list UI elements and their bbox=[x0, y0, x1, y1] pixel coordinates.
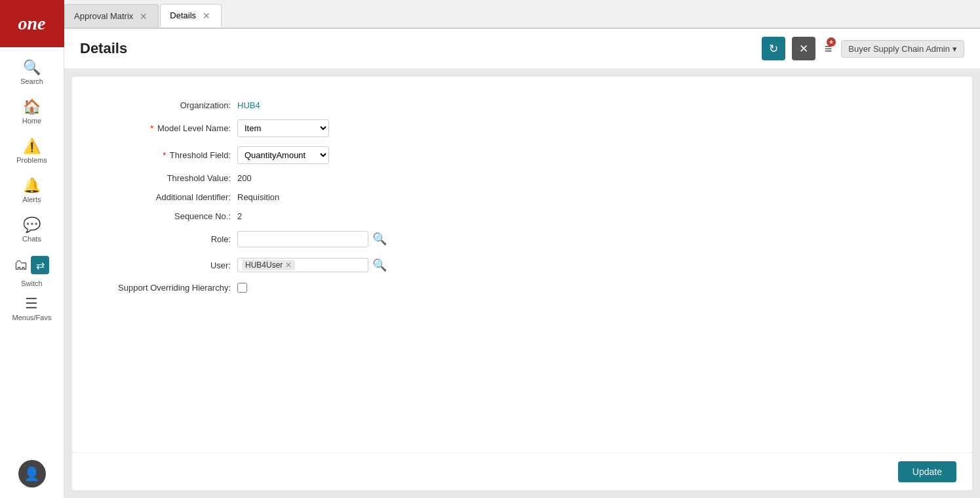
search-icon: 🔍 bbox=[372, 232, 387, 245]
threshold-value-label: Threshold Value: bbox=[106, 173, 237, 183]
switch-icon: ⇄ bbox=[36, 259, 45, 272]
user-tag-remove[interactable]: ✕ bbox=[285, 260, 292, 270]
form-row-organization: Organization: HUB4 bbox=[106, 100, 938, 110]
sidebar-item-label: Home bbox=[22, 117, 41, 125]
sidebar-bottom: 👤 bbox=[18, 460, 46, 498]
organization-label: Organization: bbox=[106, 100, 237, 110]
model-level-select[interactable]: Item Header Line bbox=[237, 119, 329, 137]
sidebar-item-label: Alerts bbox=[22, 196, 41, 203]
tab-label: Details bbox=[170, 10, 196, 20]
form-content: Organization: HUB4 * Model Level Name: I… bbox=[80, 85, 964, 445]
form-container: Organization: HUB4 * Model Level Name: I… bbox=[72, 77, 972, 453]
tab-approval-matrix[interactable]: Approval Matrix ✕ bbox=[64, 4, 159, 28]
form-row-threshold-field: * Threshold Field: QuantityAmount TotalA… bbox=[106, 146, 938, 164]
refresh-icon: ↻ bbox=[769, 42, 778, 56]
stack-icon: 🗂 bbox=[14, 257, 28, 274]
sidebar-item-switch: 🗂 ⇄ bbox=[6, 251, 58, 280]
sidebar-item-label: Menus/Favs bbox=[12, 314, 52, 322]
page-title: Details bbox=[80, 40, 755, 57]
user-tag-text: HUB4User bbox=[245, 260, 283, 270]
threshold-field-label: * Threshold Field: bbox=[106, 150, 237, 160]
sidebar-item-label: Problems bbox=[16, 156, 47, 164]
main-area: Approval Matrix ✕ Details ✕ Details ↻ ✕ … bbox=[64, 0, 980, 498]
role-label: Buyer Supply Chain Admin bbox=[848, 44, 950, 54]
sidebar-item-search[interactable]: 🔍 Search bbox=[3, 54, 60, 91]
form-row-additional-identifier: Additional Identifier: Requisition bbox=[106, 192, 938, 202]
dropdown-icon: ▾ bbox=[952, 44, 957, 54]
tab-details[interactable]: Details ✕ bbox=[160, 4, 222, 28]
role-field-label: Role: bbox=[106, 234, 237, 244]
switch-label: Switch bbox=[21, 280, 42, 287]
form-row-model-level: * Model Level Name: Item Header Line bbox=[106, 119, 938, 137]
update-button[interactable]: Update bbox=[898, 461, 956, 482]
menu-button[interactable]: ≡ ★ bbox=[822, 39, 835, 59]
role-dropdown[interactable]: Buyer Supply Chain Admin ▾ bbox=[841, 40, 964, 58]
sidebar-nav: 🔍 Search 🏠 Home ⚠️ Problems 🔔 Alerts 💬 C… bbox=[0, 47, 64, 327]
sequence-no-value: 2 bbox=[237, 211, 242, 221]
support-hierarchy-checkbox[interactable] bbox=[237, 283, 247, 293]
menu-icon: ☰ bbox=[25, 295, 38, 312]
avatar-icon: 👤 bbox=[24, 466, 40, 482]
sidebar-item-home[interactable]: 🏠 Home bbox=[3, 93, 60, 130]
support-hierarchy-label: Support Overriding Hierarchy: bbox=[106, 283, 237, 293]
close-button[interactable]: ✕ bbox=[792, 37, 815, 60]
additional-identifier-label: Additional Identifier: bbox=[106, 192, 237, 202]
sidebar-item-menus-favs[interactable]: ☰ Menus/Favs bbox=[3, 290, 60, 327]
user-tag: HUB4User ✕ bbox=[242, 260, 295, 270]
role-input[interactable] bbox=[237, 231, 368, 247]
refresh-button[interactable]: ↻ bbox=[762, 37, 785, 60]
sidebar-item-chats[interactable]: 💬 Chats bbox=[3, 211, 60, 248]
threshold-value: 200 bbox=[237, 173, 252, 183]
required-star: * bbox=[163, 150, 166, 160]
avatar[interactable]: 👤 bbox=[18, 460, 46, 488]
form-row-role: Role: 🔍 bbox=[106, 230, 938, 247]
form-row-support-hierarchy: Support Overriding Hierarchy: bbox=[106, 283, 938, 293]
user-search-button[interactable]: 🔍 bbox=[371, 257, 388, 274]
sidebar-item-label: Chats bbox=[22, 235, 41, 243]
tab-close-approval-matrix[interactable]: ✕ bbox=[138, 11, 149, 22]
model-level-label: * Model Level Name: bbox=[106, 123, 237, 133]
threshold-field-select[interactable]: QuantityAmount TotalAmount bbox=[237, 146, 329, 164]
sequence-no-label: Sequence No.: bbox=[106, 211, 237, 221]
tab-label: Approval Matrix bbox=[74, 11, 133, 21]
close-icon: ✕ bbox=[799, 42, 808, 56]
form-row-threshold-value: Threshold Value: 200 bbox=[106, 173, 938, 183]
chat-icon: 💬 bbox=[23, 217, 41, 234]
sidebar-item-problems[interactable]: ⚠️ Problems bbox=[3, 133, 60, 169]
sidebar: one 🔍 Search 🏠 Home ⚠️ Problems 🔔 Alerts… bbox=[0, 0, 64, 498]
role-search-button[interactable]: 🔍 bbox=[371, 230, 388, 247]
bottom-bar: Update bbox=[72, 453, 972, 490]
additional-identifier-value: Requisition bbox=[237, 192, 279, 202]
user-label: User: bbox=[106, 260, 237, 270]
required-star: * bbox=[150, 123, 153, 133]
organization-value: HUB4 bbox=[237, 100, 260, 110]
sidebar-item-label: Search bbox=[20, 77, 43, 85]
content-header: Details ↻ ✕ ≡ ★ Buyer Supply Chain Admin… bbox=[64, 29, 980, 69]
form-row-sequence-no: Sequence No.: 2 bbox=[106, 211, 938, 221]
search-icon: 🔍 bbox=[23, 59, 41, 76]
tab-bar: Approval Matrix ✕ Details ✕ bbox=[64, 0, 980, 29]
star-badge: ★ bbox=[827, 37, 836, 47]
user-tag-input[interactable]: HUB4User ✕ bbox=[237, 258, 368, 272]
sidebar-item-alerts[interactable]: 🔔 Alerts bbox=[3, 172, 60, 209]
bell-icon: 🔔 bbox=[23, 177, 41, 194]
switch-button[interactable]: ⇄ bbox=[31, 256, 49, 274]
app-logo[interactable]: one bbox=[0, 0, 64, 47]
page-body: Details ↻ ✕ ≡ ★ Buyer Supply Chain Admin… bbox=[64, 29, 980, 498]
search-icon: 🔍 bbox=[372, 259, 387, 272]
form-row-user: User: HUB4User ✕ 🔍 bbox=[106, 257, 938, 274]
home-icon: 🏠 bbox=[23, 98, 41, 115]
tab-close-details[interactable]: ✕ bbox=[201, 10, 212, 21]
logo-text: one bbox=[18, 13, 46, 34]
warning-icon: ⚠️ bbox=[23, 138, 41, 155]
